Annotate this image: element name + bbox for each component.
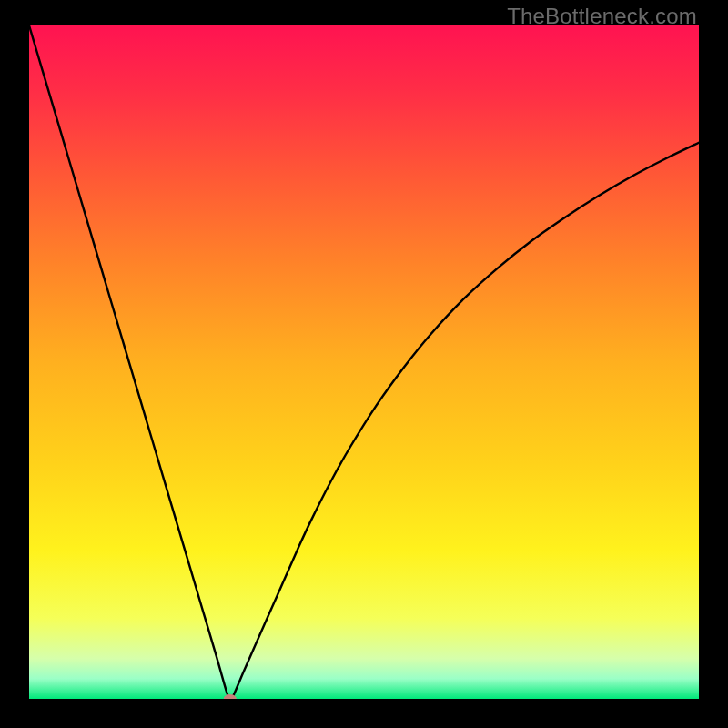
- bottleneck-chart: [29, 25, 699, 699]
- watermark: TheBottleneck.com: [507, 4, 697, 29]
- chart-frame: [29, 25, 699, 699]
